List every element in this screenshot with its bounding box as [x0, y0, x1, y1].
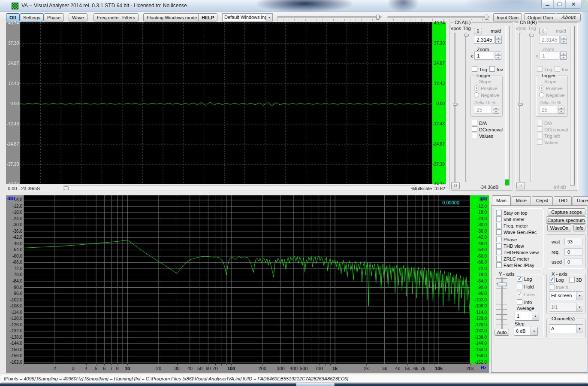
- spin-down-icon[interactable]: ▼: [558, 110, 564, 114]
- tab-more[interactable]: More: [512, 196, 531, 205]
- spectrum-plot[interactable]: 0.00000: [24, 195, 470, 364]
- channel-a-zoom-value[interactable]: 1: [474, 52, 494, 60]
- slider-thumb[interactable]: [485, 15, 488, 20]
- ratio-dropdown[interactable]: 1/1 ▼: [549, 303, 583, 312]
- channel-b-dcremoval-checkbox[interactable]: [537, 126, 543, 132]
- channel-b-msd-spinner[interactable]: ▲▼: [561, 36, 567, 44]
- output-gain-slider[interactable]: [387, 15, 490, 21]
- info-checkbox[interactable]: [517, 299, 522, 305]
- channel-a-values-checkbox[interactable]: [472, 133, 477, 138]
- hold-checkbox[interactable]: [517, 284, 522, 289]
- channel-a-trig-slider[interactable]: [465, 33, 467, 182]
- fast-rec-play-checkbox[interactable]: [496, 262, 502, 268]
- wave-on-button[interactable]: WaveOn: [547, 224, 571, 231]
- x-log-checkbox[interactable]: [549, 277, 555, 283]
- spin-up-icon[interactable]: ▲: [495, 52, 501, 56]
- slider-thumb[interactable]: [464, 34, 469, 36]
- floating-windows-mode-button[interactable]: Floating Windows mode: [143, 13, 200, 21]
- channel-dropdown[interactable]: A ▼: [549, 324, 583, 333]
- channel-b-trig-left-checkbox[interactable]: [537, 133, 543, 138]
- channel-a-msd-spinner[interactable]: ▲▼: [495, 36, 502, 44]
- channel-b-vpos-slider[interactable]: [519, 33, 521, 182]
- channel-a-offset-zero-button[interactable]: 0: [474, 28, 482, 34]
- help-button[interactable]: HELP: [198, 13, 217, 21]
- channel-b-trig-checkbox[interactable]: [537, 66, 543, 72]
- channel-a-vpos-slider[interactable]: [454, 33, 456, 182]
- channel-b-msd-value[interactable]: 2.3145: [539, 36, 560, 44]
- spin-up-icon[interactable]: ▲: [558, 106, 564, 110]
- spin-up-icon[interactable]: ▲: [495, 36, 502, 40]
- freq-meter-checkbox[interactable]: [496, 223, 502, 228]
- restore-button[interactable]: [554, 0, 566, 8]
- channel-b-offset-zero-button[interactable]: 0: [539, 28, 547, 34]
- channel-a-msd-value[interactable]: 2.3145: [474, 36, 495, 44]
- settings-button[interactable]: Settings: [20, 13, 44, 21]
- spin-up-icon[interactable]: ▲: [560, 52, 567, 56]
- x-3d-checkbox[interactable]: [569, 277, 575, 283]
- channel-b-trig-slider[interactable]: [531, 33, 532, 182]
- scope-plot[interactable]: [20, 22, 432, 184]
- spin-down-icon[interactable]: ▼: [495, 40, 502, 44]
- thd-noise-view-checkbox[interactable]: [496, 249, 502, 255]
- tab-main[interactable]: Main: [492, 195, 511, 205]
- spin-down-icon[interactable]: ▼: [561, 40, 567, 44]
- tab-thd[interactable]: THD: [554, 196, 572, 205]
- channel-b-values-checkbox[interactable]: [537, 139, 543, 145]
- wave-button[interactable]: Wave: [69, 13, 87, 21]
- average-dropdown[interactable]: 1 ▼: [515, 312, 539, 321]
- spin-up-icon[interactable]: ▲: [561, 36, 567, 40]
- fit-screen-dropdown[interactable]: Fit screen ▼: [549, 291, 583, 300]
- scope-scrollbar-thumb[interactable]: [64, 186, 69, 190]
- lines-checkbox[interactable]: [517, 292, 522, 297]
- phase-button[interactable]: Phase: [44, 13, 64, 21]
- stay-on-top-checkbox[interactable]: [496, 210, 502, 216]
- slider-thumb[interactable]: [518, 103, 523, 106]
- zrlc-meter-checkbox[interactable]: [496, 256, 502, 261]
- spin-down-icon[interactable]: ▼: [493, 110, 499, 114]
- slider-thumb[interactable]: [453, 103, 458, 106]
- channel-a-slope-negative-radio[interactable]: [474, 92, 479, 97]
- minimize-button[interactable]: [542, 0, 554, 8]
- step-dropdown[interactable]: 6 dB ▼: [514, 327, 538, 336]
- channel-a-zoom-spinner[interactable]: ▲▼: [495, 52, 501, 60]
- wave-gen-checkbox[interactable]: [496, 229, 502, 235]
- scope-scrollbar[interactable]: [63, 185, 416, 191]
- channel-a-trig-checkbox[interactable]: [472, 66, 477, 72]
- channel-a-da-checkbox[interactable]: [472, 120, 477, 125]
- phase-checkbox[interactable]: [496, 237, 502, 242]
- filters-button[interactable]: Filters: [119, 13, 139, 21]
- channel-b-zoom-spinner[interactable]: ▲▼: [560, 52, 567, 60]
- input-gain-button[interactable]: Input Gain: [493, 13, 522, 21]
- capture-spectrum-button[interactable]: Capture spectrum: [546, 216, 586, 224]
- channel-b-zoom-value[interactable]: 1: [540, 52, 559, 60]
- channel-b-reset-button[interactable]: 0: [516, 182, 525, 189]
- input-device-dropdown[interactable]: Default Windows inp ▼: [222, 13, 273, 21]
- channel-a-delta-value[interactable]: 25: [474, 106, 492, 114]
- channel-b-slope-negative-radio[interactable]: [539, 92, 544, 97]
- info-button[interactable]: Info: [573, 224, 585, 231]
- channel-a-delta-spinner[interactable]: ▲▼: [493, 106, 499, 114]
- channel-b-delta-spinner[interactable]: ▲▼: [558, 106, 564, 114]
- channel-a-inv-checkbox[interactable]: [489, 66, 495, 72]
- slider-thumb[interactable]: [529, 34, 534, 36]
- y-log-checkbox[interactable]: [517, 276, 522, 282]
- channel-a-slope-positive-radio[interactable]: [474, 85, 479, 91]
- capture-scope-button[interactable]: Capture scope: [548, 208, 585, 216]
- spin-down-icon[interactable]: ▼: [495, 56, 501, 60]
- channel-a-reset-button[interactable]: 0: [451, 182, 460, 189]
- spin-down-icon[interactable]: ▼: [560, 56, 567, 60]
- volt-meter-checkbox[interactable]: [496, 216, 502, 222]
- spin-up-icon[interactable]: ▲: [493, 106, 499, 110]
- taskbar-window-thumbnail[interactable]: [296, 383, 335, 386]
- about-button[interactable]: About: [556, 13, 581, 21]
- y-axis-slider-thumb[interactable]: [498, 283, 507, 286]
- channel-b-slope-positive-radio[interactable]: [539, 85, 544, 91]
- channel-b-inv-checkbox[interactable]: [555, 66, 560, 72]
- channel-b-delta-value[interactable]: 25: [539, 106, 557, 114]
- channel-a-dcremoval-checkbox[interactable]: [472, 126, 477, 132]
- auto-button[interactable]: Auto: [495, 329, 509, 336]
- input-gain-slider[interactable]: [277, 15, 382, 21]
- thd-view-checkbox[interactable]: [496, 243, 502, 249]
- true-x-checkbox[interactable]: [549, 284, 555, 290]
- title-bar[interactable]: VA -- Visual Analyser 2014 rel. 0.3.1 ST…: [0, 0, 588, 12]
